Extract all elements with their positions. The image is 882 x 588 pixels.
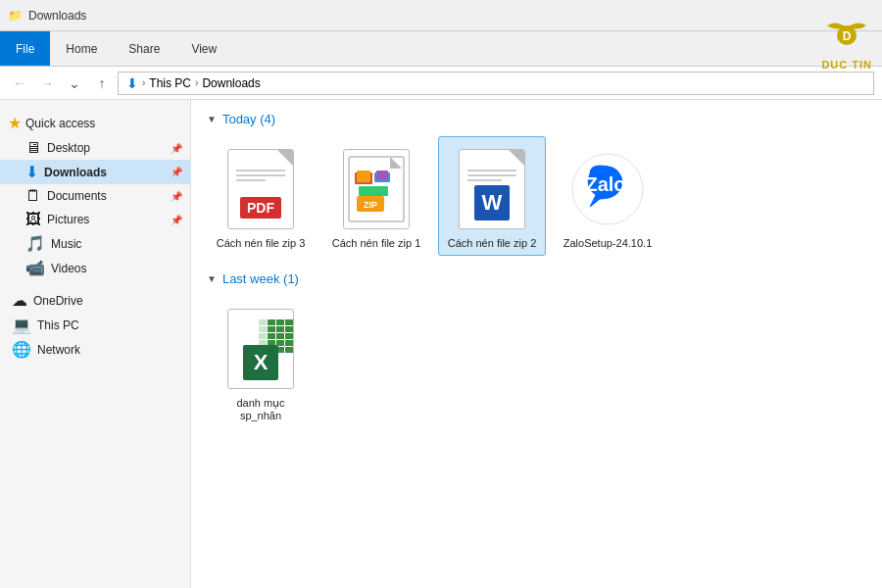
file-icon-zip: ZIP bbox=[337, 145, 416, 233]
path-downloads: Downloads bbox=[202, 76, 260, 90]
file-label-zip3: Cách nén file zip 3 bbox=[217, 237, 306, 249]
tab-file[interactable]: File bbox=[0, 31, 50, 66]
file-item-zip2[interactable]: W Cách nén file zip 2 bbox=[438, 136, 546, 256]
sidebar-label-documents: Documents bbox=[47, 189, 165, 203]
ribbon: File Home Share View D DUC TIN GROUP bbox=[0, 31, 882, 67]
file-label-excel: danh mụcsp_nhãn bbox=[236, 397, 284, 421]
sidebar-item-thispc[interactable]: 💻 This PC bbox=[0, 313, 190, 337]
pin-icon-downloads: 📌 bbox=[171, 167, 182, 177]
sidebar-item-downloads[interactable]: ⬇ Downloads 📌 bbox=[0, 160, 190, 184]
sidebar-label-videos: Videos bbox=[51, 262, 182, 275]
file-icon-pdf: PDF bbox=[221, 145, 300, 233]
onedrive-icon: ☁ bbox=[12, 291, 27, 310]
sidebar-label-downloads: Downloads bbox=[44, 166, 165, 179]
address-bar: ← → ⌄ ↑ ⬇ › This PC › Downloads bbox=[0, 67, 882, 100]
svg-rect-8 bbox=[359, 186, 388, 196]
svg-rect-7 bbox=[376, 171, 388, 180]
sidebar-label-music: Music bbox=[51, 237, 182, 251]
quick-access-label: Quick access bbox=[25, 117, 95, 130]
sidebar-item-documents[interactable]: 🗒 Documents 📌 bbox=[0, 184, 190, 208]
up-button[interactable]: ↑ bbox=[90, 72, 114, 95]
file-label-zalo: ZaloSetup-24.10.1 bbox=[564, 237, 653, 249]
file-icon-excel: X bbox=[221, 305, 300, 393]
music-icon: 🎵 bbox=[25, 234, 45, 253]
logo-bird-icon: D bbox=[825, 18, 868, 55]
duc-tin-logo: D DUC TIN GROUP bbox=[811, 31, 882, 66]
sidebar-item-desktop[interactable]: 🖥 Desktop 📌 bbox=[0, 136, 190, 160]
svg-text:ZIP: ZIP bbox=[364, 200, 377, 210]
pin-icon-desktop: 📌 bbox=[171, 143, 182, 154]
pictures-icon: 🖼 bbox=[25, 211, 41, 228]
file-label-zip1: Cách nén file zip 1 bbox=[332, 237, 421, 249]
desktop-icon: 🖥 bbox=[25, 139, 41, 157]
tab-view[interactable]: View bbox=[175, 31, 232, 66]
title-bar: 📁 Downloads bbox=[0, 0, 882, 31]
quick-access-header[interactable]: ★ Quick access bbox=[0, 108, 190, 136]
file-label-zip2: Cách nén file zip 2 bbox=[448, 237, 537, 249]
section-today-header[interactable]: ▼ Today (4) bbox=[207, 112, 866, 126]
path-chevron-2: › bbox=[195, 77, 198, 88]
content-area: ▼ Today (4) PDF Cách nén file zip 3 bbox=[191, 100, 882, 588]
sidebar: ★ Quick access 🖥 Desktop 📌 ⬇ Downloads 📌… bbox=[0, 100, 191, 588]
sidebar-item-music[interactable]: 🎵 Music bbox=[0, 231, 190, 256]
sidebar-label-onedrive: OneDrive bbox=[33, 294, 182, 308]
back-button[interactable]: ← bbox=[8, 72, 31, 95]
lastweek-chevron-icon: ▼ bbox=[207, 273, 217, 284]
address-path[interactable]: ⬇ › This PC › Downloads bbox=[118, 72, 874, 95]
path-thispc[interactable]: This PC bbox=[149, 76, 191, 90]
section-lastweek-label: Last week (1) bbox=[222, 271, 299, 286]
downloads-icon: ⬇ bbox=[25, 163, 38, 181]
logo-name: DUC TIN bbox=[821, 59, 872, 71]
dropdown-button[interactable]: ⌄ bbox=[63, 72, 86, 95]
tab-share[interactable]: Share bbox=[113, 31, 175, 66]
file-item-zip3[interactable]: PDF Cách nén file zip 3 bbox=[207, 136, 315, 256]
today-chevron-icon: ▼ bbox=[207, 114, 217, 124]
videos-icon: 📹 bbox=[25, 259, 45, 277]
svg-text:Zalo: Zalo bbox=[585, 173, 625, 195]
tab-home[interactable]: Home bbox=[50, 31, 113, 66]
sidebar-label-thispc: This PC bbox=[37, 318, 182, 332]
forward-button[interactable]: → bbox=[35, 72, 59, 95]
sidebar-label-desktop: Desktop bbox=[47, 141, 165, 155]
section-today-label: Today (4) bbox=[222, 112, 275, 126]
main-layout: ★ Quick access 🖥 Desktop 📌 ⬇ Downloads 📌… bbox=[0, 100, 882, 588]
file-icon-word: W bbox=[453, 145, 531, 233]
sidebar-label-pictures: Pictures bbox=[47, 213, 165, 226]
lastweek-files-grid: X danh mụcsp_nhãn bbox=[207, 296, 866, 428]
svg-text:D: D bbox=[843, 29, 852, 43]
network-icon: 🌐 bbox=[12, 340, 31, 359]
thispc-icon: 💻 bbox=[12, 316, 31, 334]
sidebar-item-network[interactable]: 🌐 Network bbox=[0, 337, 190, 362]
file-item-excel[interactable]: X danh mụcsp_nhãn bbox=[207, 296, 315, 428]
sidebar-item-pictures[interactable]: 🖼 Pictures 📌 bbox=[0, 208, 190, 231]
path-download-icon: ⬇ bbox=[126, 75, 138, 91]
quick-access-star-icon: ★ bbox=[8, 114, 22, 132]
file-icon-zalo: Zalo bbox=[568, 145, 647, 233]
title-bar-text: Downloads bbox=[28, 9, 874, 23]
path-chevron-1: › bbox=[142, 77, 145, 88]
documents-icon: 🗒 bbox=[25, 187, 41, 205]
today-files-grid: PDF Cách nén file zip 3 bbox=[207, 136, 866, 256]
section-lastweek-header[interactable]: ▼ Last week (1) bbox=[207, 271, 866, 286]
file-item-zip1[interactable]: ZIP Cách nén file zip 1 bbox=[322, 136, 430, 256]
sidebar-label-network: Network bbox=[37, 343, 182, 357]
pin-icon-pictures: 📌 bbox=[171, 215, 182, 225]
sidebar-item-onedrive[interactable]: ☁ OneDrive bbox=[0, 288, 190, 313]
file-item-zalo[interactable]: Zalo ZaloSetup-24.10.1 bbox=[554, 136, 662, 256]
pin-icon-documents: 📌 bbox=[171, 191, 182, 202]
sidebar-item-videos[interactable]: 📹 Videos bbox=[0, 256, 190, 280]
svg-rect-5 bbox=[357, 171, 370, 182]
title-bar-icon: 📁 bbox=[8, 9, 23, 23]
